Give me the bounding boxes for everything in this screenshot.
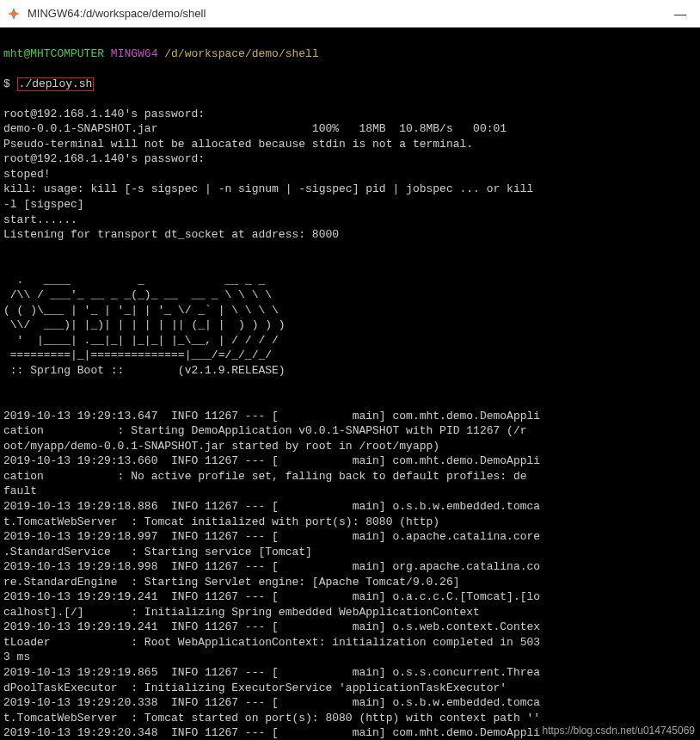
- output-line: stoped!: [3, 167, 697, 182]
- banner-line: . ____ _ __ _ _: [3, 273, 697, 288]
- log-output: 2019-10-13 19:29:13.647 INFO 11267 --- […: [3, 409, 697, 740]
- log-line: tLoader : Root WebApplicationContext: in…: [3, 635, 697, 651]
- log-line: cation : No active profile set, falling …: [3, 469, 697, 484]
- log-line: 2019-10-13 19:29:13.647 INFO 11267 --- […: [3, 409, 697, 424]
- log-line: oot/myapp/demo-0.0.1-SNAPSHOT.jar starte…: [3, 439, 697, 454]
- log-line: 2019-10-13 19:29:20.338 INFO 11267 --- […: [3, 695, 697, 711]
- svg-marker-1: [8, 11, 20, 16]
- banner-line: ( ( )\___ | '_ | '_| | '_ \/ _` | \ \ \ …: [3, 303, 697, 318]
- banner-line: ' |____| .__|_| |_|_| |_\__, | / / / /: [3, 333, 697, 348]
- banner-line: [3, 379, 697, 394]
- log-line: 2019-10-13 19:29:13.660 INFO 11267 --- […: [3, 453, 697, 469]
- output-line: Pseudo-terminal will not be allocated be…: [3, 137, 697, 152]
- watermark: https://blog.csdn.net/u014745069: [543, 725, 695, 737]
- log-line: fault: [3, 484, 697, 499]
- output-line: kill: usage: kill [-s sigspec | -n signu…: [3, 182, 697, 197]
- log-line: calhost].[/] : Initializing Spring embed…: [3, 605, 697, 620]
- titlebar: MINGW64:/d/workspace/demo/shell —: [0, 0, 700, 28]
- prompt-line: mht@MHTCOMPUTER MINGW64 /d/workspace/dem…: [3, 46, 697, 62]
- log-line: dPoolTaskExecutor : Initializing Executo…: [3, 681, 697, 696]
- window-title: MINGW64:/d/workspace/demo/shell: [28, 7, 206, 20]
- pre-banner-output: root@192.168.1.140's password:demo-0.0.1…: [3, 107, 697, 257]
- log-line: 3 ms: [3, 650, 697, 665]
- prompt-symbol: $: [3, 77, 17, 90]
- log-line: t.TomcatWebServer : Tomcat started on po…: [3, 711, 697, 726]
- log-line: 2019-10-13 19:29:19.241 INFO 11267 --- […: [3, 620, 697, 635]
- log-line: cation : Starting DemoApplication v0.0.1…: [3, 423, 697, 439]
- log-line: 2019-10-13 19:29:19.865 INFO 11267 --- […: [3, 665, 697, 681]
- output-line: start......: [3, 213, 697, 228]
- log-line: 2019-10-13 19:29:18.998 INFO 11267 --- […: [3, 559, 697, 575]
- command-line: $ ./deploy.sh: [3, 77, 697, 92]
- log-line: t.TomcatWebServer : Tomcat initialized w…: [3, 515, 697, 530]
- output-line: root@192.168.1.140's password:: [3, 151, 697, 167]
- terminal-area[interactable]: mht@MHTCOMPUTER MINGW64 /d/workspace/dem…: [0, 28, 700, 740]
- output-line: Listening for transport dt_socket at add…: [3, 227, 697, 243]
- log-line: 2019-10-13 19:29:19.241 INFO 11267 --- […: [3, 589, 697, 605]
- output-line: root@192.168.1.140's password:: [3, 107, 697, 122]
- output-line: [3, 243, 697, 258]
- banner-line: \\/ ___)| |_)| | | | | || (_| | ) ) ) ): [3, 318, 697, 333]
- minimize-button[interactable]: —: [660, 0, 700, 28]
- log-line: 2019-10-13 19:29:18.886 INFO 11267 --- […: [3, 499, 697, 515]
- log-line: .StandardService : Starting service [Tom…: [3, 545, 697, 560]
- banner-line: /\\ / ___'_ __ _ _(_)_ __ __ _ \ \ \ \: [3, 287, 697, 303]
- spring-banner: . ____ _ __ _ _ /\\ / ___'_ __ _ _(_)_ _…: [3, 273, 697, 393]
- output-line: demo-0.0.1-SNAPSHOT.jar 100% 18MB 10.8MB…: [3, 121, 697, 137]
- prompt-user-host: mht@MHTCOMPUTER: [3, 47, 104, 60]
- log-line: re.StandardEngine : Starting Servlet eng…: [3, 575, 697, 590]
- prompt-cwd: /d/workspace/demo/shell: [164, 47, 318, 60]
- log-line: 2019-10-13 19:29:18.997 INFO 11267 --- […: [3, 529, 697, 545]
- banner-line: :: Spring Boot :: (v2.1.9.RELEASE): [3, 363, 697, 379]
- prompt-shell: MINGW64: [111, 47, 158, 60]
- window-controls: —: [660, 0, 700, 28]
- mingw-icon: [7, 7, 21, 21]
- output-line: -l [sigspec]: [3, 197, 697, 213]
- highlighted-command: ./deploy.sh: [17, 77, 95, 91]
- banner-line: =========|_|==============|___/=/_/_/_/: [3, 348, 697, 363]
